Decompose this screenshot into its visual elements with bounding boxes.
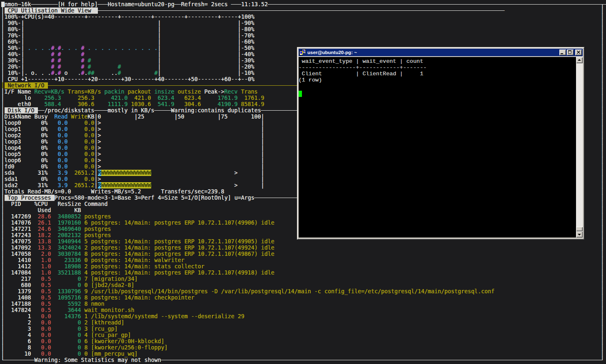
nmon-text-run: 50%-| xyxy=(5,45,25,51)
nmon-text-run: > xyxy=(234,182,238,188)
nmon-text-run: 147824 xyxy=(11,307,31,313)
maximize-button[interactable] xyxy=(567,50,574,55)
nmon-text-run: │ xyxy=(601,45,604,51)
nmon-text-run: │ xyxy=(601,251,604,257)
putty-terminal[interactable]: wait_event_type | wait_event | count----… xyxy=(299,57,576,238)
nmon-text-run: 1412 xyxy=(18,263,31,270)
nmon-text-run: │ xyxy=(601,32,604,39)
nmon-text-run: packin xyxy=(105,89,125,95)
nmon-text-run: │ xyxy=(601,163,604,170)
nmon-text-run: │ xyxy=(601,157,604,163)
nmon-text-run: 680 xyxy=(21,282,31,288)
nmon-text-run: 13.8 xyxy=(38,238,51,245)
scroll-down-button[interactable] xyxy=(576,231,583,238)
nmon-text-run: . xyxy=(155,45,158,51)
nmon-text-run: │ xyxy=(601,344,604,351)
nmon-text-run: 306.6 xyxy=(78,101,95,107)
nmon-text-run: 0.0 xyxy=(41,338,51,344)
nmon-text-run: postgres: 14/main: postgres ERP 10.72.1.… xyxy=(91,245,274,251)
nmon-text-run: 1940944 xyxy=(58,238,81,245)
nmon-text-run: CPU +1--------+10-------+20-------+30---… xyxy=(5,76,254,82)
nmon-text-run: Writes-MB/s=5.2 xyxy=(91,188,141,195)
close-button[interactable] xyxy=(575,50,582,55)
nmon-text-run: postgres xyxy=(85,226,111,232)
nmon-text-run: | xyxy=(158,70,161,76)
nmon-text-run: │ xyxy=(601,313,604,319)
nmon-text-run: 85814.9 xyxy=(241,101,264,107)
nmon-text-run: │ xyxy=(601,107,604,114)
nmon-text-run: mostly in KB/s xyxy=(108,107,155,114)
nmon-text-run: | xyxy=(261,139,264,145)
nmon-text-run: │ xyxy=(601,7,604,14)
nmon-text-run: 0% xyxy=(41,139,48,145)
minimize-button[interactable] xyxy=(559,50,566,55)
nmon-text-run: > xyxy=(234,170,238,176)
putty-window-title: user@ubuntu20-pg: ~ xyxy=(307,50,357,55)
putty-titlebar[interactable]: user@ubuntu20-pg: ~ xyxy=(299,49,583,56)
nmon-text-run: 13.3 xyxy=(38,245,51,251)
nmon-text-run: ───────── xyxy=(5,357,35,363)
nmon-text-run: Read xyxy=(55,114,68,120)
nmon-text-run: │ xyxy=(601,26,604,32)
nmon-text-run: 5 xyxy=(85,238,88,245)
nmon-text-run: Command xyxy=(85,201,108,207)
nmon-text-run: │ xyxy=(1,245,5,251)
nmon-text-run: 0.0 xyxy=(58,126,68,132)
nmon-text-run: Used xyxy=(38,207,51,213)
nmon-text-run: ────────────────────────────────────────… xyxy=(98,7,505,14)
nmon-text-run: │ xyxy=(601,64,604,70)
nmon-text-run: loop3 xyxy=(5,139,21,145)
nmon-text-run: 541.9 xyxy=(158,101,175,107)
nmon-text-run: |-50% xyxy=(238,45,254,51)
nmon-text-run: │ xyxy=(1,238,5,245)
nmon-text-run: 0.0 xyxy=(58,120,68,126)
nmon-text-run: │ xyxy=(1,344,5,351)
nmon-text-run: |25 xyxy=(135,114,145,120)
nmon-text-run: │ xyxy=(1,282,5,288)
nmon-text-run: │ xyxy=(601,263,604,270)
nmon-text-run: 1761.9 xyxy=(218,95,238,101)
nmon-text-run: 0 xyxy=(78,338,81,344)
nmon-text-run: postgres: 14/main: postgres ERP 10.72.1.… xyxy=(91,220,274,226)
nmon-text-run: 0% xyxy=(41,132,48,139)
nmon-text-run: │ xyxy=(601,332,604,338)
nmon-text-run: │ xyxy=(601,14,604,20)
nmon-text-run: │ xyxy=(601,182,604,188)
nmon-text-run: 4 xyxy=(85,332,88,338)
nmon-text-run: Totals Read-MB/s=0.0 xyxy=(5,188,71,195)
nmon-text-run: 147271 xyxy=(11,226,31,232)
nmon-text-run: 0% xyxy=(41,176,48,182)
nmon-text-run: 1761.9 xyxy=(244,95,264,101)
nmon-text-run: 0.0 xyxy=(58,157,68,163)
nmon-text-run: # xyxy=(58,51,61,57)
nmon-text-run: 0% xyxy=(41,151,48,157)
nmon-text-run: │ xyxy=(1,45,5,51)
nmon-text-run: 7 xyxy=(85,276,88,282)
nmon-text-run: loop6 xyxy=(5,157,21,163)
nmon-text-run: 2651.2 xyxy=(75,170,95,176)
nmon-text-run: # xyxy=(81,70,85,76)
desktop: {"app":{"background":"#1c1c1e"},"nmon":{… xyxy=(0,0,606,364)
nmon-text-run: 8 xyxy=(28,344,31,351)
nmon-text-run: │ xyxy=(1,120,5,126)
nmon-text-run: 0.5 xyxy=(41,295,51,301)
scroll-up-button[interactable] xyxy=(576,57,583,63)
nmon-text-run: 0 xyxy=(78,319,81,326)
nmon-text-run: . xyxy=(115,45,118,51)
nmon-text-run: │ xyxy=(1,145,5,151)
nmon-text-run: │ xyxy=(601,288,604,295)
scroll-thumb[interactable] xyxy=(576,227,583,231)
putty-scrollbar[interactable] xyxy=(576,57,583,238)
nmon-text-run: │ xyxy=(1,151,5,157)
nmon-text-run: | xyxy=(261,182,264,188)
nmon-text-run: 0.0 xyxy=(58,176,68,182)
nmon-text-run: 0% xyxy=(41,145,48,151)
nmon-text-run: │ xyxy=(1,163,5,170)
nmon-text-run: # xyxy=(58,57,61,64)
nmon-text-run: 1111.9 xyxy=(108,101,128,107)
nmon-text-run: . xyxy=(61,45,65,51)
nmon-text-run: │ xyxy=(1,207,5,213)
nmon-text-run: 0% xyxy=(41,126,48,132)
nmon-text-run: |> xyxy=(95,139,101,145)
nmon-text-run: │ xyxy=(1,57,5,64)
